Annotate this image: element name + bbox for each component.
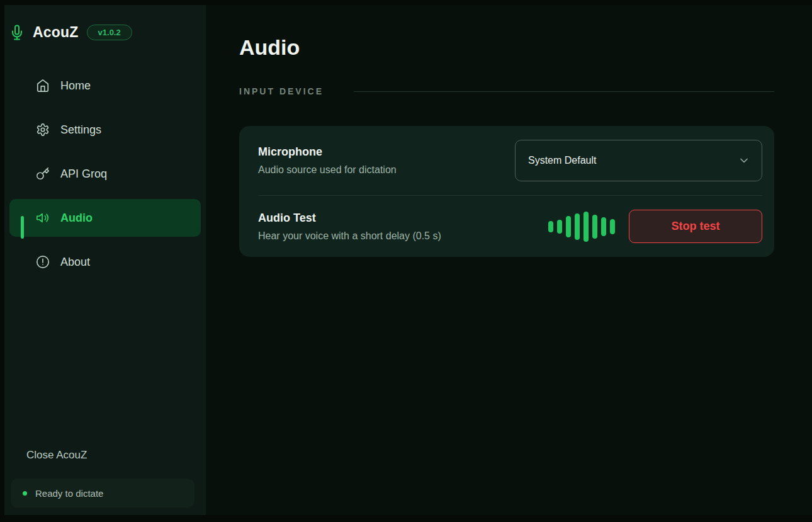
brand: AcouZ v1.0.2 (4, 24, 206, 41)
sidebar-item-label: API Groq (60, 167, 107, 181)
audio-level-meter (548, 211, 615, 242)
setting-text: Microphone Audio source used for dictati… (258, 145, 397, 176)
setting-description: Audio source used for dictation (258, 164, 397, 176)
level-bar (610, 219, 615, 234)
sidebar-item-label: Home (60, 79, 91, 93)
level-bar (584, 212, 589, 242)
sidebar-item-home[interactable]: Home (9, 67, 201, 105)
app-title: AcouZ (33, 24, 79, 41)
status-dot (23, 491, 27, 496)
setting-row-microphone: Microphone Audio source used for dictati… (239, 126, 774, 195)
setting-description: Hear your voice with a short delay (0.5 … (258, 230, 441, 242)
level-bar (557, 220, 562, 234)
sidebar-nav: Home Settings API Groq Audio About (4, 67, 206, 281)
audio-test-controls: Stop test (548, 210, 762, 243)
sidebar-footer: Close AcouZ Ready to dictate (4, 449, 201, 508)
stop-test-button[interactable]: Stop test (629, 210, 762, 243)
setting-row-audio-test: Audio Test Hear your voice with a short … (239, 196, 774, 257)
setting-title: Audio Test (258, 212, 441, 225)
level-bar (592, 215, 597, 239)
active-indicator (21, 216, 24, 239)
sidebar-item-settings[interactable]: Settings (9, 111, 201, 149)
sidebar-item-audio[interactable]: Audio (9, 199, 201, 237)
section-header: INPUT DEVICE (239, 86, 774, 96)
home-icon (36, 79, 50, 93)
speaker-icon (36, 211, 50, 225)
sidebar-item-label: Settings (60, 123, 101, 137)
sidebar-item-label: Audio (60, 212, 93, 225)
level-bar (575, 213, 580, 240)
microphone-select[interactable]: System Default (515, 140, 762, 181)
gear-icon (36, 123, 50, 137)
level-bar (548, 221, 553, 232)
microphone-logo-icon (9, 24, 25, 41)
close-app-button[interactable]: Close AcouZ (26, 449, 195, 462)
level-bar (566, 216, 571, 237)
status-pill: Ready to dictate (11, 479, 195, 508)
sidebar-item-about[interactable]: About (9, 243, 201, 281)
select-value: System Default (528, 155, 596, 166)
sidebar-item-label: About (60, 256, 90, 269)
version-badge: v1.0.2 (87, 25, 132, 40)
main-content: Audio INPUT DEVICE Microphone Audio sour… (206, 5, 812, 515)
sidebar: AcouZ v1.0.2 Home Settings API Groq (4, 5, 206, 515)
key-icon (36, 167, 50, 181)
chevron-down-icon (738, 154, 750, 167)
status-text: Ready to dictate (35, 488, 103, 499)
app-window: AcouZ v1.0.2 Home Settings API Groq (4, 5, 812, 515)
alert-circle-icon (36, 255, 50, 269)
section-divider (354, 91, 774, 92)
sidebar-item-api-groq[interactable]: API Groq (9, 155, 201, 193)
page-title: Audio (239, 35, 812, 60)
setting-text: Audio Test Hear your voice with a short … (258, 212, 441, 242)
level-bar (601, 217, 606, 236)
settings-card: Microphone Audio source used for dictati… (239, 126, 774, 257)
setting-title: Microphone (258, 145, 397, 159)
section-label: INPUT DEVICE (239, 86, 324, 96)
